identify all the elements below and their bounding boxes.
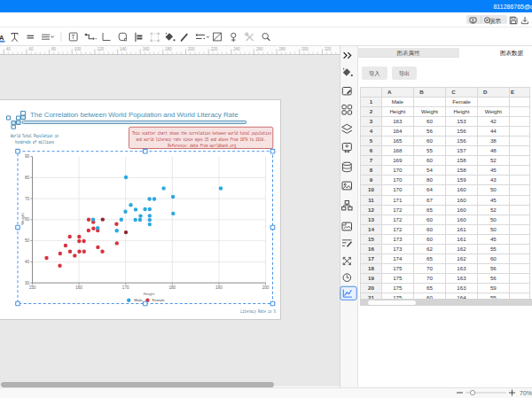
- svg-text:280: 280: [279, 46, 286, 51]
- svg-text:220: 220: [211, 46, 218, 51]
- svg-text:50: 50: [25, 238, 30, 243]
- svg-text:140: 140: [120, 46, 127, 51]
- svg-text:hundreds of millions: hundreds of millions: [15, 140, 54, 144]
- svg-text:Literacy Rate in %: Literacy Rate in %: [240, 309, 276, 314]
- svg-text:170: 170: [122, 285, 129, 290]
- svg-text:60: 60: [29, 46, 35, 51]
- svg-text:150: 150: [29, 285, 36, 290]
- svg-text:Male: Male: [134, 298, 143, 302]
- svg-text:40: 40: [6, 46, 12, 51]
- svg-text:80: 80: [25, 176, 30, 180]
- svg-text:T: T: [72, 34, 75, 40]
- svg-text:70%: 70%: [520, 389, 532, 395]
- svg-text:200: 200: [188, 46, 195, 51]
- svg-text:100: 100: [74, 46, 82, 51]
- svg-text:World Total Population in: World Total Population in: [11, 134, 59, 138]
- svg-text:240: 240: [233, 46, 240, 51]
- svg-text:320: 320: [325, 46, 332, 51]
- svg-text:90: 90: [25, 154, 30, 159]
- svg-text:190: 190: [215, 285, 223, 290]
- svg-text:Female: Female: [152, 298, 165, 302]
- svg-text:A: A: [0, 33, 4, 41]
- svg-text:200: 200: [262, 285, 270, 290]
- svg-text:Reference: data from worldbank: Reference: data from worldbank.org: [168, 144, 236, 148]
- svg-text:The Correlation between World: The Correlation between World Population…: [30, 111, 239, 119]
- svg-text:60: 60: [25, 217, 30, 222]
- svg-text:Weight: Weight: [20, 213, 25, 225]
- svg-text:This scatter chart shows the c: This scatter chart shows the correlation…: [132, 131, 271, 136]
- svg-text:300: 300: [301, 46, 309, 51]
- svg-text:and world literacy rate since: and world literacy rate since ages 15 an…: [136, 137, 265, 142]
- svg-text:70: 70: [25, 197, 30, 201]
- svg-text:160: 160: [75, 285, 82, 290]
- svg-text:260: 260: [256, 46, 263, 51]
- svg-text:180: 180: [165, 46, 172, 51]
- svg-text:80: 80: [51, 46, 57, 51]
- svg-text:Height: Height: [144, 292, 155, 296]
- svg-text:180: 180: [168, 285, 176, 290]
- svg-text:120: 120: [97, 46, 104, 51]
- svg-text:40: 40: [25, 260, 30, 264]
- svg-text:160: 160: [143, 46, 150, 51]
